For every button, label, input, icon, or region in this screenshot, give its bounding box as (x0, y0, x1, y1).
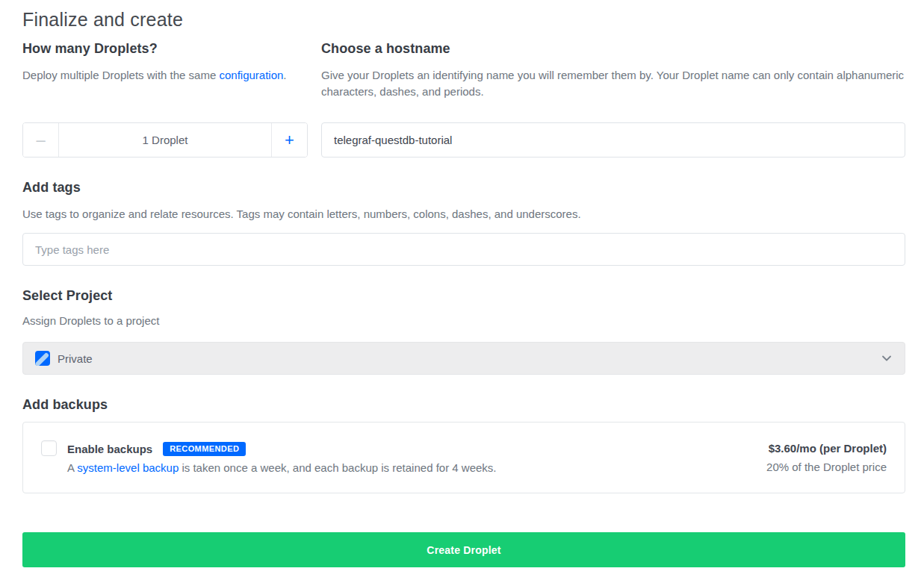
system-level-backup-link[interactable]: system-level backup (77, 461, 179, 474)
hostname-section: Choose a hostname Give your Droplets an … (321, 41, 905, 158)
chevron-down-icon (881, 352, 893, 364)
recommended-badge: RECOMMENDED (163, 442, 246, 456)
page-title: Finalize and create (22, 9, 905, 31)
backups-price-note: 20% of the Droplet price (766, 461, 887, 473)
create-droplet-button[interactable]: Create Droplet (22, 532, 905, 567)
enable-backups-checkbox[interactable] (41, 440, 57, 456)
configuration-link[interactable]: configuration (219, 69, 283, 81)
backups-pricing: $3.60/mo (per Droplet) 20% of the Drople… (766, 442, 887, 473)
backups-detail: A system-level backup is taken once a we… (67, 461, 766, 474)
droplet-count-value: 1 Droplet (59, 123, 271, 157)
backups-heading: Add backups (22, 397, 905, 413)
finalize-and-create-page: Finalize and create How many Droplets? D… (0, 0, 924, 580)
droplet-count-stepper: – 1 Droplet + (22, 122, 308, 158)
project-section: Select Project Assign Droplets to a proj… (22, 288, 905, 375)
droplet-count-heading: How many Droplets? (22, 41, 308, 57)
decrement-droplets-button[interactable]: – (23, 123, 59, 157)
tags-description: Use tags to organize and relate resource… (22, 206, 905, 222)
increment-droplets-button[interactable]: + (271, 123, 307, 157)
droplet-count-description: Deploy multiple Droplets with the same c… (22, 67, 308, 110)
backups-section: Add backups Enable backups RECOMMENDED A… (22, 397, 905, 493)
backups-price: $3.60/mo (per Droplet) (766, 442, 887, 455)
hostname-description: Give your Droplets an identifying name y… (321, 67, 905, 110)
backups-card: Enable backups RECOMMENDED A system-leve… (22, 422, 905, 493)
tags-heading: Add tags (22, 180, 905, 196)
hostname-heading: Choose a hostname (321, 41, 905, 57)
enable-backups-label: Enable backups (67, 443, 152, 455)
project-heading: Select Project (22, 288, 905, 304)
tags-input[interactable] (22, 233, 905, 266)
droplet-count-section: How many Droplets? Deploy multiple Dropl… (22, 41, 308, 158)
tags-section: Add tags Use tags to organize and relate… (22, 180, 905, 266)
minus-icon: – (36, 131, 45, 150)
top-columns: How many Droplets? Deploy multiple Dropl… (22, 41, 905, 158)
project-selected-value: Private (58, 352, 881, 365)
backups-text: Enable backups RECOMMENDED A system-leve… (67, 442, 766, 474)
plus-icon: + (285, 131, 294, 150)
hostname-input[interactable] (321, 122, 905, 158)
project-folder-icon (35, 351, 50, 366)
project-select-dropdown[interactable]: Private (22, 342, 905, 375)
project-description: Assign Droplets to a project (22, 314, 905, 327)
